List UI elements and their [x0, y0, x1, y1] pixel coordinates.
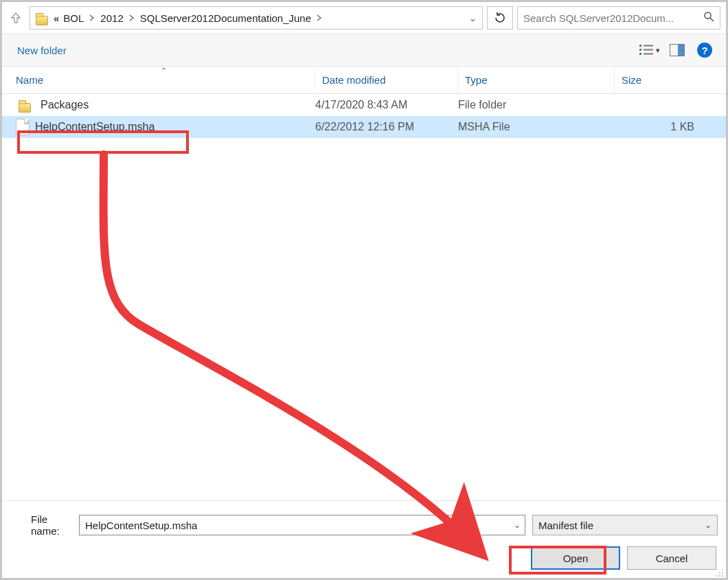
filename-label: File name: — [10, 513, 72, 537]
refresh-icon — [494, 12, 506, 24]
chevron-down-icon: ⌄ — [514, 520, 521, 530]
address-bar: « BOL 2012 SQLServer2012Documentation_Ju… — [2, 2, 726, 34]
list-item[interactable]: HelpContentSetup.msha 6/22/2012 12:16 PM… — [2, 116, 726, 138]
breadcrumb[interactable]: « BOL 2012 SQLServer2012Documentation_Ju… — [30, 6, 483, 30]
help-button[interactable]: ? — [693, 39, 716, 61]
svg-rect-9 — [678, 45, 684, 56]
file-icon — [16, 119, 30, 135]
cancel-button[interactable]: Cancel — [627, 546, 716, 570]
filetype-select[interactable]: Manifest file ⌄ — [532, 515, 718, 535]
svg-rect-4 — [639, 53, 641, 55]
chevron-down-icon: ⌄ — [705, 520, 712, 530]
nav-up-button[interactable] — [6, 6, 25, 30]
svg-rect-2 — [639, 45, 641, 47]
column-header-date[interactable]: Date modified — [315, 67, 458, 93]
preview-pane-icon — [670, 44, 685, 56]
empty-area — [2, 138, 726, 500]
file-date: 4/17/2020 8:43 AM — [315, 99, 458, 111]
breadcrumb-segment[interactable]: BOL — [60, 7, 87, 29]
column-header-type[interactable]: Type — [458, 67, 615, 93]
svg-point-13 — [716, 575, 718, 577]
chevron-right-icon[interactable] — [87, 7, 98, 29]
file-name: HelpContentSetup.msha — [35, 121, 155, 133]
file-list: Packages 4/17/2020 8:43 AM File folder H… — [2, 94, 726, 138]
file-open-dialog: « BOL 2012 SQLServer2012Documentation_Ju… — [0, 0, 728, 580]
toolbar: New folder ▾ ? — [2, 34, 726, 67]
breadcrumb-overflow[interactable]: « — [52, 12, 60, 24]
view-options-button[interactable]: ▾ — [638, 39, 661, 61]
footer-panel: File name: HelpContentSetup.msha ⌄ Manif… — [2, 500, 726, 578]
details-view-icon — [639, 44, 655, 56]
svg-point-11 — [719, 572, 720, 574]
svg-point-10 — [722, 570, 723, 571]
up-arrow-icon — [10, 12, 22, 24]
list-item[interactable]: Packages 4/17/2020 8:43 AM File folder — [2, 94, 726, 116]
column-header-size[interactable]: Size — [615, 67, 726, 93]
breadcrumb-segment[interactable]: 2012 — [98, 7, 126, 29]
help-icon: ? — [697, 43, 712, 58]
svg-point-0 — [705, 12, 711, 19]
open-button[interactable]: Open — [531, 546, 620, 570]
file-name: Packages — [41, 99, 89, 111]
column-headers: ⌃ Name Date modified Type Size — [2, 67, 726, 94]
filetype-value: Manifest file — [538, 520, 593, 531]
chevron-right-icon[interactable] — [126, 7, 137, 29]
search-icon — [703, 11, 714, 25]
new-folder-button[interactable]: New folder — [17, 45, 67, 56]
breadcrumb-dropdown[interactable]: ⌄ — [469, 13, 477, 23]
chevron-down-icon: ▾ — [656, 46, 660, 55]
file-date: 6/22/2012 12:16 PM — [315, 121, 458, 133]
folder-icon — [34, 10, 49, 25]
filename-input[interactable]: HelpContentSetup.msha ⌄ — [79, 515, 525, 535]
filename-value: HelpContentSetup.msha — [85, 520, 197, 531]
file-size: 1 KB — [615, 121, 726, 133]
preview-pane-button[interactable] — [666, 39, 689, 61]
column-header-name[interactable]: Name — [2, 67, 315, 93]
file-type: File folder — [458, 99, 615, 111]
search-input[interactable]: Search SQLServer2012Docum... — [517, 6, 720, 30]
search-placeholder: Search SQLServer2012Docum... — [523, 12, 699, 24]
file-type: MSHA File — [458, 121, 615, 133]
svg-line-1 — [710, 18, 714, 21]
refresh-button[interactable] — [487, 6, 513, 30]
svg-rect-3 — [639, 49, 641, 51]
chevron-right-icon[interactable] — [314, 7, 325, 29]
svg-point-14 — [719, 575, 720, 577]
folder-icon — [17, 97, 32, 113]
resize-grip-icon[interactable] — [716, 568, 724, 576]
breadcrumb-segment[interactable]: SQLServer2012Documentation_June — [137, 7, 314, 29]
svg-point-12 — [722, 572, 723, 574]
svg-point-15 — [722, 575, 723, 577]
